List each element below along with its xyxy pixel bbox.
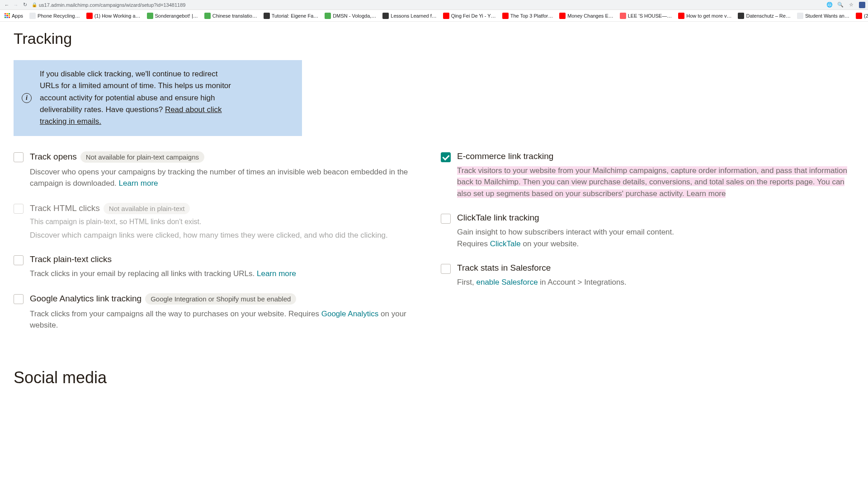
bookmark-item[interactable]: Tutorial: Eigene Fa… bbox=[262, 12, 321, 20]
option-clicktale: ClickTale link tracking Gain insight to … bbox=[441, 213, 854, 249]
url-bar[interactable]: us17.admin.mailchimp.com/campaigns/wizar… bbox=[39, 2, 823, 8]
checkbox-salesforce[interactable] bbox=[441, 264, 451, 274]
bookmark-item[interactable]: Qing Fei De Yi - Y… bbox=[441, 12, 498, 20]
bookmark-item[interactable]: Phone Recycling… bbox=[28, 12, 82, 20]
bookmark-favicon bbox=[325, 13, 331, 19]
bookmark-label: Money Changes E… bbox=[567, 13, 613, 19]
info-icon bbox=[22, 93, 32, 103]
bookmark-label: Datenschutz – Re… bbox=[746, 13, 790, 19]
info-text: If you disable click tracking, we'll con… bbox=[40, 68, 234, 128]
bookmark-favicon bbox=[204, 13, 211, 19]
bookmark-item[interactable]: LEE 'S HOUSE—… bbox=[618, 12, 674, 20]
extension-icon[interactable] bbox=[859, 2, 865, 8]
bookmark-item[interactable]: (2) How To Add A… bbox=[854, 12, 868, 20]
clicktale-title: ClickTale link tracking bbox=[457, 213, 539, 223]
bookmark-favicon bbox=[620, 13, 626, 19]
forward-button[interactable]: → bbox=[12, 1, 20, 9]
checkbox-track-opens[interactable] bbox=[14, 152, 24, 162]
bookmark-favicon bbox=[264, 13, 270, 19]
clicktale-req-post: on your website. bbox=[521, 239, 579, 248]
bookmark-item[interactable]: Lessons Learned f… bbox=[381, 12, 439, 20]
bookmark-label: (1) How Working a… bbox=[94, 13, 141, 19]
bookmark-label: Student Wants an… bbox=[805, 13, 849, 19]
track-opens-badge: Not available for plain-text campaigns bbox=[80, 151, 204, 163]
track-html-title: Track HTML clicks bbox=[30, 203, 100, 213]
bookmark-item[interactable]: The Top 3 Platfor… bbox=[500, 12, 555, 20]
option-ecommerce: E-commerce link tracking Track visitors … bbox=[441, 151, 854, 200]
bookmark-label: (2) How To Add A… bbox=[864, 13, 868, 19]
bookmark-favicon bbox=[86, 13, 93, 19]
info-banner: If you disable click tracking, we'll con… bbox=[14, 60, 302, 136]
option-google-analytics: Google Analytics link tracking Google In… bbox=[14, 293, 427, 331]
bookmark-favicon bbox=[559, 13, 566, 19]
salesforce-title: Track stats in Salesforce bbox=[457, 263, 551, 273]
track-html-desc: Discover which campaign links were click… bbox=[30, 230, 388, 241]
checkbox-track-html-clicks[interactable] bbox=[14, 204, 24, 214]
bookmark-item[interactable]: Money Changes E… bbox=[557, 12, 615, 20]
bookmark-label: Tutorial: Eigene Fa… bbox=[272, 13, 319, 19]
ga-link[interactable]: Google Analytics bbox=[321, 310, 379, 318]
salesforce-link[interactable]: enable Salesforce bbox=[476, 278, 538, 286]
clicktale-desc: Gain insight to how subscribers interact… bbox=[457, 226, 674, 238]
checkbox-ecommerce[interactable] bbox=[441, 152, 451, 162]
bookmark-favicon bbox=[678, 13, 684, 19]
option-track-opens: Track opens Not available for plain-text… bbox=[14, 151, 427, 189]
bookmark-favicon bbox=[29, 13, 36, 19]
salesforce-desc-pre: First, bbox=[457, 278, 476, 286]
bookmark-item[interactable]: Student Wants an… bbox=[795, 12, 851, 20]
bookmark-favicon bbox=[502, 13, 509, 19]
apps-label: Apps bbox=[12, 13, 23, 19]
bookmark-favicon bbox=[738, 13, 744, 19]
bookmark-label: Chinese translatio… bbox=[212, 13, 257, 19]
bookmark-item[interactable]: Sonderangebot! |… bbox=[145, 12, 200, 20]
bookmark-label: DMSN - Vologda,… bbox=[333, 13, 376, 19]
apps-button[interactable]: Apps bbox=[3, 12, 25, 19]
checkbox-google-analytics[interactable] bbox=[14, 294, 24, 304]
bookmark-favicon bbox=[856, 13, 862, 19]
ecom-desc: Track visitors to your website from your… bbox=[457, 166, 847, 198]
track-opens-desc: Discover who opens your campaigns by tra… bbox=[30, 168, 408, 188]
bookmark-favicon bbox=[147, 13, 153, 19]
translate-icon[interactable]: 🌐 bbox=[826, 2, 833, 8]
star-icon[interactable]: ☆ bbox=[848, 2, 854, 8]
bookmark-label: Sonderangebot! |… bbox=[155, 13, 198, 19]
heading-tracking: Tracking bbox=[14, 30, 854, 47]
bookmark-item[interactable]: Chinese translatio… bbox=[203, 12, 259, 20]
bookmark-label: Phone Recycling… bbox=[38, 13, 80, 19]
checkbox-clicktale[interactable] bbox=[441, 214, 451, 224]
apps-icon bbox=[5, 13, 10, 19]
bookmark-favicon bbox=[443, 13, 449, 19]
bookmark-label: How to get more v… bbox=[686, 13, 731, 19]
page-content: Tracking If you disable click tracking, … bbox=[0, 22, 868, 418]
heading-social: Social media bbox=[14, 368, 854, 387]
bookmark-item[interactable]: How to get more v… bbox=[676, 12, 733, 20]
clicktale-link[interactable]: ClickTale bbox=[490, 239, 521, 248]
lock-icon: 🔒 bbox=[32, 2, 37, 7]
option-track-html-clicks: Track HTML clicks Not available in plain… bbox=[14, 203, 427, 241]
right-column: E-commerce link tracking Track visitors … bbox=[441, 151, 854, 345]
bookmark-item[interactable]: Datenschutz – Re… bbox=[736, 12, 792, 20]
salesforce-desc-post: in Account > Integrations. bbox=[538, 278, 627, 286]
track-html-badge: Not available in plain-text bbox=[104, 203, 190, 214]
ga-desc-pre: Track clicks from your campaigns all the… bbox=[30, 310, 321, 318]
checkbox-track-plain-clicks[interactable] bbox=[14, 255, 24, 265]
option-salesforce: Track stats in Salesforce First, enable … bbox=[441, 263, 854, 288]
track-opens-title: Track opens bbox=[30, 152, 77, 162]
left-column: Track opens Not available for plain-text… bbox=[14, 151, 427, 345]
bookmark-label: LEE 'S HOUSE—… bbox=[628, 13, 672, 19]
bookmark-label: Lessons Learned f… bbox=[391, 13, 437, 19]
bookmark-label: The Top 3 Platfor… bbox=[510, 13, 553, 19]
search-icon[interactable]: 🔍 bbox=[837, 2, 844, 8]
ga-title: Google Analytics link tracking bbox=[30, 294, 142, 304]
track-plain-learn-more[interactable]: Learn more bbox=[257, 269, 296, 278]
back-button[interactable]: ← bbox=[3, 1, 11, 9]
browser-toolbar: ← → ↻ 🔒 us17.admin.mailchimp.com/campaig… bbox=[0, 0, 868, 10]
track-html-sub: This campaign is plain-text, so HTML lin… bbox=[30, 218, 388, 226]
track-opens-learn-more[interactable]: Learn more bbox=[119, 179, 158, 188]
bookmark-item[interactable]: DMSN - Vologda,… bbox=[323, 12, 378, 20]
reload-button[interactable]: ↻ bbox=[21, 1, 29, 9]
bookmark-favicon bbox=[797, 13, 803, 19]
track-plain-desc: Track clicks in your email by replacing … bbox=[30, 269, 257, 278]
track-plain-title: Track plain-text clicks bbox=[30, 254, 112, 264]
bookmark-item[interactable]: (1) How Working a… bbox=[85, 12, 142, 20]
